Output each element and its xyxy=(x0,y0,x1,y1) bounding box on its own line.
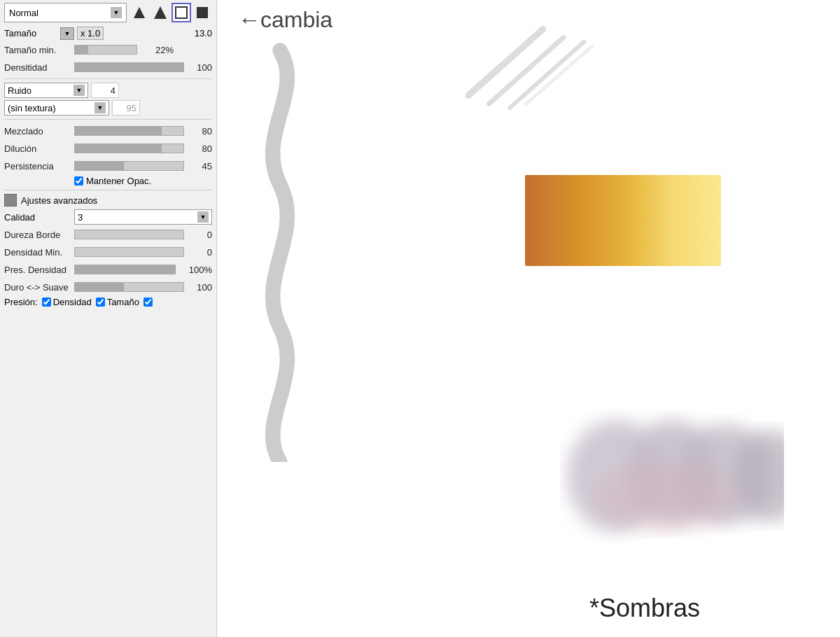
calidad-arrow: ▼ xyxy=(197,211,209,223)
persistencia-slider-container: 45 xyxy=(74,161,212,172)
duro-suave-slider[interactable] xyxy=(74,282,184,292)
densitidad-slider-container: 100 xyxy=(74,62,212,73)
dureza-borde-label: Dureza Borde xyxy=(4,230,74,240)
densitidad-label: Densitidad xyxy=(4,62,74,73)
persistencia-value: 45 xyxy=(187,161,212,172)
blend-mode-label: Normal xyxy=(9,8,38,18)
tamano-label: Tamaño xyxy=(4,28,60,38)
sin-textura-dropdown[interactable]: (sin textura) ▼ xyxy=(4,100,109,115)
brush-shape-square-filled[interactable] xyxy=(192,3,212,22)
presion-extra-checkbox[interactable] xyxy=(144,298,153,307)
right-panel: ←cambia *Sombras xyxy=(217,0,840,637)
duro-suave-slider-container: 100 xyxy=(74,282,212,293)
mantener-opac-checkbox[interactable] xyxy=(74,176,83,186)
tamano-dropdown[interactable]: ▼ xyxy=(60,27,74,40)
blend-mode-arrow: ▼ xyxy=(111,7,122,18)
densitidad-row: Densitidad 100 xyxy=(4,59,212,75)
mantener-opac-row: Mantener Opac. xyxy=(4,176,212,186)
presion-tamano-check: Tamaño xyxy=(96,297,139,307)
densidad-min-slider[interactable] xyxy=(74,247,184,257)
dilucion-label: Dilución xyxy=(4,144,74,154)
tamano-min-value: 22% xyxy=(140,45,174,55)
svg-rect-3 xyxy=(197,7,208,18)
duro-suave-label: Duro <-> Suave xyxy=(4,282,74,293)
svg-line-7 xyxy=(526,46,593,104)
brush-shapes xyxy=(130,3,212,22)
ruido-dropdown-arrow: ▼ xyxy=(74,85,85,96)
tamano-min-label: Tamaño min. xyxy=(4,45,74,55)
mantener-opac-label: Mantener Opac. xyxy=(86,176,151,186)
tamano-x-value[interactable]: x 1.0 xyxy=(77,27,104,40)
dilucion-row: Dilución 80 xyxy=(4,141,212,156)
pres-densidad-value: 100% xyxy=(178,265,212,275)
svg-marker-1 xyxy=(154,6,167,19)
persistencia-label: Persistencia xyxy=(4,161,74,172)
svg-marker-0 xyxy=(134,7,145,18)
dureza-borde-row: Dureza Borde 0 xyxy=(4,227,212,242)
pres-densidad-slider-container: 100% xyxy=(74,265,212,275)
tamano-min-slider-container: 22% xyxy=(74,45,212,55)
presion-densidad-checkbox[interactable] xyxy=(42,298,51,307)
dilucion-slider-container: 80 xyxy=(74,144,212,154)
pres-densidad-label: Pres. Densidad xyxy=(4,265,74,275)
dureza-borde-slider-container: 0 xyxy=(74,230,212,240)
dilucion-slider[interactable] xyxy=(74,144,184,153)
brush-shape-square-outline[interactable] xyxy=(172,3,191,22)
persistencia-row: Persistencia 45 xyxy=(4,158,212,174)
densidad-min-label: Densidad Min. xyxy=(4,247,74,258)
sin-textura-row: (sin textura) ▼ 95 xyxy=(4,100,212,115)
top-bar: Normal ▼ xyxy=(4,3,212,22)
ruido-dropdown[interactable]: Ruido ▼ xyxy=(4,83,88,98)
calidad-dropdown[interactable]: 3 ▼ xyxy=(74,209,212,225)
sin-textura-label: (sin textura) xyxy=(8,103,56,113)
advanced-toggle[interactable] xyxy=(4,194,17,206)
cambia-text: ←cambia xyxy=(238,7,332,33)
svg-point-12 xyxy=(595,462,735,532)
sombras-text: *Sombras xyxy=(589,594,700,623)
presion-densidad-check: Densidad xyxy=(42,297,92,307)
brush-shape-large-triangle[interactable] xyxy=(150,3,170,22)
ruido-label: Ruido xyxy=(8,85,31,96)
ruido-value: 4 xyxy=(91,83,119,98)
densitidad-value: 100 xyxy=(187,62,212,73)
hatching-strokes xyxy=(441,21,595,112)
presion-densidad-label: Densidad xyxy=(53,297,92,307)
svg-rect-2 xyxy=(176,7,187,18)
sin-textura-value: 95 xyxy=(112,100,140,115)
advanced-label: Ajustes avanzados xyxy=(21,195,97,206)
calidad-row: Calidad 3 ▼ xyxy=(4,209,212,225)
calidad-label: Calidad xyxy=(4,212,74,223)
mezclado-value: 80 xyxy=(187,126,212,136)
densidad-min-slider-container: 0 xyxy=(74,247,212,258)
duro-suave-value: 100 xyxy=(187,282,212,293)
mezclado-row: Mezclado 80 xyxy=(4,123,212,139)
sin-textura-arrow: ▼ xyxy=(94,102,106,113)
pres-densidad-slider[interactable] xyxy=(74,265,176,274)
tamano-min-row: Tamaño min. 22% xyxy=(4,42,212,57)
presion-tamano-checkbox[interactable] xyxy=(96,298,105,307)
blend-mode-dropdown[interactable]: Normal ▼ xyxy=(4,3,127,22)
pres-densidad-row: Pres. Densidad 100% xyxy=(4,262,212,277)
tamano-value: 13.0 xyxy=(187,28,212,38)
calidad-value: 3 xyxy=(78,212,83,223)
presion-tamano-label: Tamaño xyxy=(107,297,139,307)
mezclado-label: Mezclado xyxy=(4,126,74,136)
presion-label: Presión: xyxy=(4,297,38,307)
advanced-header: Ajustes avanzados xyxy=(4,194,212,206)
tamano-min-slider[interactable] xyxy=(74,45,137,55)
color-swatch xyxy=(525,175,721,266)
tamano-row: Tamaño ▼ x 1.0 13.0 xyxy=(4,27,212,40)
densidad-min-row: Densidad Min. 0 xyxy=(4,244,212,260)
dureza-borde-slider[interactable] xyxy=(74,230,184,239)
svg-line-4 xyxy=(468,29,542,96)
densitidad-slider[interactable] xyxy=(74,62,184,72)
brush-shape-small-triangle[interactable] xyxy=(130,3,149,22)
dureza-borde-value: 0 xyxy=(187,230,212,240)
mezclado-slider-container: 80 xyxy=(74,126,212,136)
persistencia-slider[interactable] xyxy=(74,161,184,171)
left-panel: Normal ▼ Tamaño ▼ x 1.0 13.0 xyxy=(0,0,217,637)
ruido-row: Ruido ▼ 4 xyxy=(4,83,212,98)
blurry-blob xyxy=(560,406,784,546)
wavy-brush-stroke xyxy=(238,42,322,462)
mezclado-slider[interactable] xyxy=(74,126,184,136)
